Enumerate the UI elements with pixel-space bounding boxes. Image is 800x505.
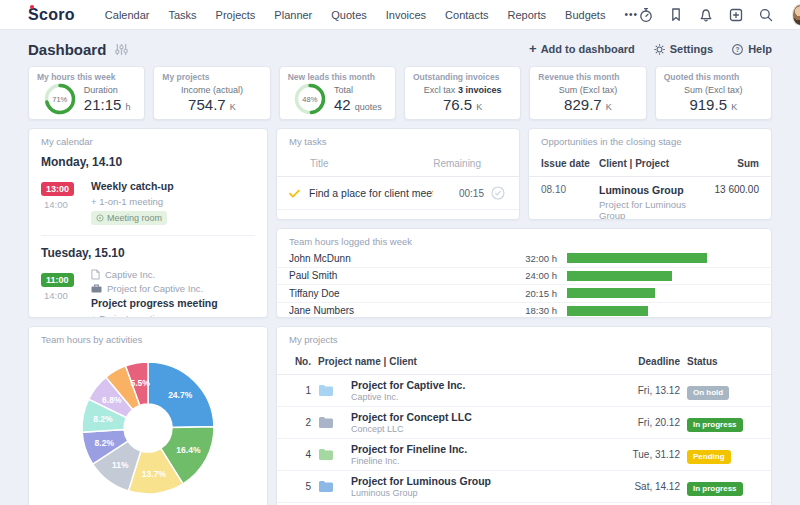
team-hours-row[interactable]: Jane Numbers 18:30 h	[277, 303, 771, 319]
kpi-title: Outstanding invoices	[405, 67, 520, 82]
team-hours-row[interactable]: Paul Smith 24:00 h	[277, 268, 771, 286]
tasks-header: Title Remaining	[277, 150, 519, 177]
kpi-value: 919.5 K	[684, 96, 743, 113]
nav-planner[interactable]: Planner	[274, 9, 312, 21]
pie-slice-label: 6.8%	[102, 395, 122, 405]
panel-title: Opportunities in the closing stage	[529, 129, 771, 150]
add-to-dashboard-label: Add to dashboard	[541, 43, 635, 55]
kpi-card-my-hours[interactable]: My hours this week 71% Duration 21:15 h	[28, 66, 145, 120]
plus-icon: +	[529, 44, 537, 54]
kpi-card-quoted[interactable]: Quoted this month Sum (Excl tax) 919.5 K	[655, 66, 772, 120]
member-name: Paul Smith	[289, 270, 493, 281]
bell-icon[interactable]	[698, 7, 714, 23]
project-deadline: Fri, 20.12	[620, 417, 680, 428]
room-icon	[96, 214, 104, 222]
hours-bar	[567, 271, 759, 281]
nav-invoices[interactable]: Invoices	[386, 9, 426, 21]
event-end-time: 14:00	[44, 290, 81, 301]
team-hours-row[interactable]: Tiffany Doe 20:15 h	[277, 285, 771, 303]
kpi-donut: 48%	[293, 82, 327, 116]
my-calendar-panel: My calendar Monday, 14.10 13:00 14:00 We…	[28, 128, 268, 318]
col-remaining: Remaining	[431, 158, 481, 169]
help-icon: ?	[731, 43, 744, 56]
kpi-card-revenue[interactable]: Revenue this month Sum (Excl tax) 829.7 …	[529, 66, 646, 120]
settings-label: Settings	[670, 43, 713, 55]
task-row[interactable]: Send weekly summary (with attache... 00:…	[277, 210, 519, 220]
status-badge: In progress	[687, 418, 743, 432]
folder-icon	[318, 448, 334, 461]
col-status: Status	[687, 356, 759, 367]
nav-more-button[interactable]: •••	[624, 9, 638, 20]
project-row[interactable]: 1 Project for Captive Inc. Captive Inc. …	[277, 375, 771, 407]
event-subtitle: + Project meeting	[91, 313, 218, 318]
project-name-client: Project for Fineline Inc. Fineline Inc.	[351, 443, 613, 466]
help-button[interactable]: ? Help	[731, 43, 772, 56]
add-to-dashboard-button[interactable]: + Add to dashboard	[529, 43, 635, 55]
nav-reports[interactable]: Reports	[508, 9, 547, 21]
pie-slice-label: 13.7%	[142, 469, 167, 479]
nav-budgets[interactable]: Budgets	[565, 9, 605, 21]
pie-slice-label: 16.4%	[176, 445, 201, 455]
complete-task-button[interactable]	[491, 219, 505, 220]
folder-icon	[318, 384, 334, 397]
col-client-project: Client | Project	[599, 158, 687, 169]
col-issue-date: Issue date	[541, 158, 593, 169]
calendar-event[interactable]: 13:00 14:00 Weekly catch-up + 1-on-1 mee…	[29, 177, 267, 235]
event-start-badge: 13:00	[41, 182, 74, 196]
member-name: Tiffany Doe	[289, 288, 493, 299]
kpi-value: 76.5 K	[424, 96, 502, 113]
kpi-label: Total	[334, 85, 382, 95]
task-row[interactable]: Find a place for client meetings 00:15	[277, 177, 519, 210]
document-icon	[91, 269, 100, 280]
nav-quotes[interactable]: Quotes	[331, 9, 366, 21]
kpi-title: My hours this week	[29, 67, 144, 82]
user-menu[interactable]: Paul Smith Sunrise Ltd	[792, 0, 800, 34]
opportunity-sum: 13 600.00	[693, 184, 759, 220]
task-title: Find a place for client meetings	[309, 187, 433, 199]
col-deadline: Deadline	[620, 356, 680, 367]
nav-projects[interactable]: Projects	[216, 9, 256, 21]
member-hours: 32:00 h	[503, 253, 557, 264]
event-title: Project progress meeting	[91, 297, 218, 309]
opportunity-row[interactable]: 08.10 Luminous Group Project for Luminou…	[529, 177, 771, 220]
kpi-card-new-leads[interactable]: New leads this month 48% Total 42 quotes	[279, 66, 396, 120]
col-project-name: Project name | Client	[318, 356, 613, 367]
project-row[interactable]: 4 Project for Fineline Inc. Fineline Inc…	[277, 439, 771, 471]
project-name-client: Project for Captive Inc. Captive Inc.	[351, 379, 613, 402]
event-time: 13:00 14:00	[41, 178, 81, 226]
add-new-icon[interactable]	[728, 7, 744, 23]
search-icon[interactable]	[758, 7, 774, 23]
bookmark-icon[interactable]	[668, 7, 684, 23]
kpi-title: New leads this month	[280, 67, 395, 82]
nav-tasks[interactable]: Tasks	[168, 9, 196, 21]
folder-icon	[318, 480, 334, 493]
timer-icon[interactable]	[638, 7, 654, 23]
opportunity-date: 08.10	[541, 184, 593, 220]
kpi-title: Revenue this month	[530, 67, 645, 82]
pie-slice-label: 8.2%	[93, 414, 113, 424]
hours-bar	[567, 253, 759, 263]
project-row[interactable]: 2 Project for Concept LLC Concept LLC Fr…	[277, 407, 771, 439]
logo-text: Scoro	[28, 6, 75, 23]
complete-task-button[interactable]	[491, 186, 505, 200]
status-badge: On hold	[687, 386, 729, 400]
team-hours-row[interactable]: John McDunn 32:00 h	[277, 250, 771, 268]
member-name: Jane Numbers	[289, 305, 493, 316]
kpi-donut: 71%	[43, 82, 77, 116]
nav-calendar[interactable]: Calendar	[105, 9, 150, 21]
event-title: Weekly catch-up	[91, 180, 174, 192]
kpi-card-outstanding-invoices[interactable]: Outstanding invoices Excl tax 3 invoices…	[404, 66, 521, 120]
kpi-card-my-projects[interactable]: My projects Income (actual) 754.7 K	[153, 66, 270, 120]
kpi-value: 754.7 K	[181, 96, 243, 113]
dashboard-filter-icon[interactable]	[115, 43, 128, 56]
calendar-day-title: Monday, 14.10	[29, 150, 267, 177]
projects-header: No. Project name | Client Deadline Statu…	[277, 348, 771, 375]
calendar-event[interactable]: 11:00 14:00 Captive Inc. Project for Cap…	[29, 268, 267, 318]
scoro-logo[interactable]: Scoro	[28, 6, 75, 24]
event-project-line: Project for Captive Inc.	[91, 283, 218, 294]
kpi-value: 829.7 K	[559, 96, 618, 113]
project-row[interactable]: 5 Project for Luminous Group Luminous Gr…	[277, 471, 771, 503]
member-hours: 20:15 h	[503, 288, 557, 299]
settings-button[interactable]: Settings	[653, 43, 713, 56]
nav-contacts[interactable]: Contacts	[445, 9, 488, 21]
